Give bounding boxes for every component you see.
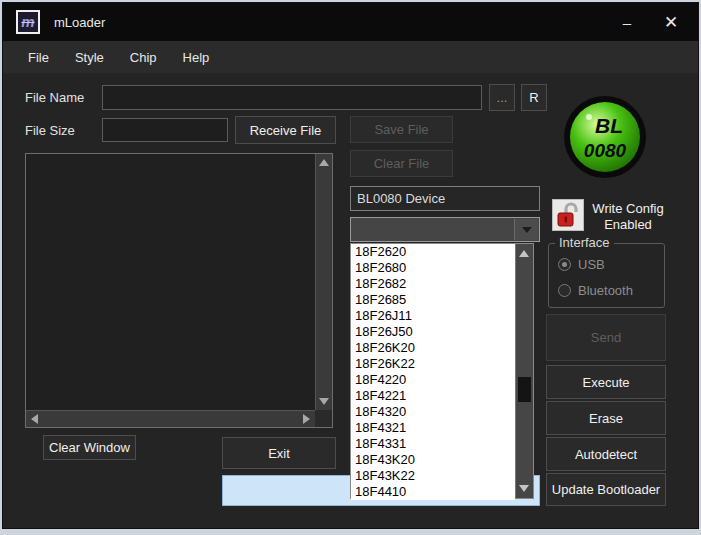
menu-chip[interactable]: Chip xyxy=(117,44,170,71)
menu-style[interactable]: Style xyxy=(62,44,117,71)
device-option[interactable]: 18F26J11 xyxy=(351,308,515,324)
combobox-dropdown-button[interactable] xyxy=(514,219,538,240)
clear-file-button[interactable]: Clear File xyxy=(350,150,453,177)
device-option[interactable]: 18F26K20 xyxy=(351,340,515,356)
list-scroll-down-icon[interactable] xyxy=(519,485,529,492)
radio-usb-icon[interactable] xyxy=(558,258,571,271)
device-option[interactable]: 18F2682 xyxy=(351,276,515,292)
chevron-down-icon xyxy=(522,227,532,233)
device-option[interactable]: 18F43K20 xyxy=(351,452,515,468)
scroll-up-icon[interactable] xyxy=(319,159,329,166)
logo-text-bl: BL xyxy=(595,114,623,137)
device-option[interactable]: 18F2620 xyxy=(351,244,515,260)
device-option[interactable]: 18F4220 xyxy=(351,372,515,388)
device-name-field[interactable]: BL0080 Device xyxy=(350,186,540,211)
window-title: mLoader xyxy=(54,15,105,30)
list-scrollbar-thumb[interactable] xyxy=(518,377,531,402)
write-config-label: Write Config Enabled xyxy=(587,201,669,233)
file-name-label: File Name xyxy=(25,90,84,105)
menu-bar: File Style Chip Help xyxy=(3,41,698,73)
device-option[interactable]: 18F4321 xyxy=(351,420,515,436)
title-bar: m mLoader – ✕ xyxy=(3,3,698,41)
device-option[interactable]: 18F2680 xyxy=(351,260,515,276)
save-file-button[interactable]: Save File xyxy=(350,116,453,143)
device-dropdown-list: 18F262018F268018F268218F268518F26J1118F2… xyxy=(350,243,534,499)
log-horizontal-scrollbar[interactable] xyxy=(26,410,315,427)
autodetect-button[interactable]: Autodetect xyxy=(546,437,666,471)
reload-button[interactable]: R xyxy=(521,84,547,111)
write-config-line1: Write Config xyxy=(587,201,669,217)
log-vertical-scrollbar[interactable] xyxy=(315,154,332,410)
device-option[interactable]: 18F4410 xyxy=(351,484,515,500)
receive-file-button[interactable]: Receive File xyxy=(235,116,336,144)
scrollbar-corner xyxy=(315,410,332,427)
radio-bluetooth[interactable]: Bluetooth xyxy=(558,283,633,298)
browse-button[interactable]: ... xyxy=(489,84,515,111)
device-option[interactable]: 18F26K22 xyxy=(351,356,515,372)
list-scroll-up-icon[interactable] xyxy=(519,250,529,257)
radio-usb[interactable]: USB xyxy=(558,257,605,272)
update-bootloader-button[interactable]: Update Bootloader xyxy=(546,473,666,506)
file-size-label: File Size xyxy=(25,123,75,138)
menu-file[interactable]: File xyxy=(15,44,62,71)
logo-text-0080: 0080 xyxy=(584,140,627,161)
app-logo-icon: m xyxy=(16,10,40,34)
device-combobox[interactable] xyxy=(350,217,540,242)
send-button[interactable]: Send xyxy=(546,314,666,361)
menu-help[interactable]: Help xyxy=(170,44,223,71)
device-option[interactable]: 18F43K22 xyxy=(351,468,515,484)
scroll-right-icon[interactable] xyxy=(303,414,310,424)
device-option[interactable]: 18F4221 xyxy=(351,388,515,404)
write-config-line2: Enabled xyxy=(587,217,669,233)
interface-group-label: Interface xyxy=(555,235,614,250)
execute-button[interactable]: Execute xyxy=(546,365,666,399)
radio-usb-label: USB xyxy=(578,257,605,272)
device-option[interactable]: 18F4331 xyxy=(351,436,515,452)
device-option[interactable]: 18F2685 xyxy=(351,292,515,308)
exit-button[interactable]: Exit xyxy=(222,437,336,469)
log-textarea[interactable] xyxy=(25,153,333,428)
interface-groupbox: Interface USB Bluetooth xyxy=(548,243,665,308)
bl0080-logo: BL 0080 xyxy=(563,95,647,179)
app-logo-glyph: m xyxy=(21,14,34,29)
radio-bluetooth-label: Bluetooth xyxy=(578,283,633,298)
app-window: m mLoader – ✕ File Style Chip Help File … xyxy=(2,2,699,529)
device-option[interactable]: 18F4320 xyxy=(351,404,515,420)
list-scrollbar[interactable] xyxy=(515,244,533,498)
device-option[interactable]: 18F26J50 xyxy=(351,324,515,340)
scroll-left-icon[interactable] xyxy=(31,414,38,424)
radio-bluetooth-icon[interactable] xyxy=(558,284,571,297)
erase-button[interactable]: Erase xyxy=(546,401,666,435)
close-button[interactable]: ✕ xyxy=(654,9,688,35)
file-size-input[interactable] xyxy=(102,118,228,142)
clear-window-button[interactable]: Clear Window xyxy=(43,435,136,460)
scroll-down-icon[interactable] xyxy=(319,398,329,405)
file-name-input[interactable] xyxy=(102,85,482,110)
minimize-button[interactable]: – xyxy=(610,9,644,35)
write-config-button[interactable] xyxy=(552,199,584,231)
open-padlock-icon xyxy=(556,202,580,228)
